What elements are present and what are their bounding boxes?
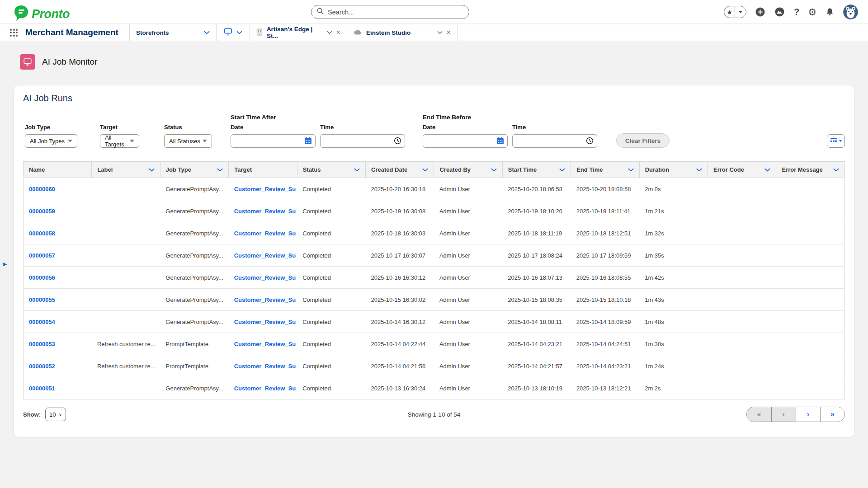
- tab-artisans-edge[interactable]: Artisan's Edge | St... ×: [250, 24, 347, 41]
- close-icon[interactable]: ×: [447, 29, 451, 36]
- sort-chevron-icon[interactable]: [217, 168, 223, 172]
- cell-error_message: [776, 311, 845, 333]
- cell-duration: 1m 32s: [639, 222, 708, 244]
- page-title: AI Job Monitor: [42, 57, 98, 67]
- clock-icon[interactable]: [394, 137, 401, 146]
- job-run-name-link[interactable]: 00000060: [29, 186, 55, 192]
- add-icon[interactable]: [755, 7, 765, 17]
- setup-gear-icon[interactable]: ⚙: [808, 7, 816, 18]
- sort-chevron-icon[interactable]: [354, 168, 360, 172]
- cell-start_time: 2025-10-17 18:08:24: [502, 244, 571, 267]
- trailhead-icon[interactable]: [774, 6, 785, 18]
- column-header-name: Name: [24, 162, 92, 178]
- clock-icon[interactable]: [586, 137, 594, 146]
- target-link[interactable]: Customer_Review_Su: [234, 296, 296, 303]
- favorites-caret-icon[interactable]: [735, 6, 746, 18]
- job-run-name-link[interactable]: 00000057: [29, 252, 55, 259]
- job-run-name-link[interactable]: 00000051: [29, 385, 55, 392]
- cell-text: GeneratePromptAsy...: [165, 385, 223, 392]
- column-header-status[interactable]: Status: [297, 162, 365, 178]
- chevron-down-icon[interactable]: [327, 31, 332, 34]
- target-link[interactable]: Customer_Review_Su: [234, 208, 296, 215]
- job-run-name-link[interactable]: 00000058: [29, 230, 55, 237]
- sort-chevron-icon[interactable]: [764, 168, 770, 172]
- column-header-duration[interactable]: Duration: [639, 162, 708, 178]
- notifications-bell-icon[interactable]: [825, 7, 835, 17]
- column-header-job_type[interactable]: Job Type: [160, 162, 228, 178]
- favorites-star-icon[interactable]: ★: [724, 6, 736, 18]
- job-type-select[interactable]: All Job Types: [25, 134, 77, 148]
- end-date-input[interactable]: [423, 134, 508, 148]
- sort-chevron-icon[interactable]: [491, 168, 497, 172]
- chevron-down-icon[interactable]: [437, 31, 443, 34]
- cell-start_time: 2025-10-19 18:10:20: [502, 200, 571, 222]
- target-link[interactable]: Customer_Review_Su: [234, 341, 296, 347]
- job-run-name-link[interactable]: 00000056: [29, 274, 55, 281]
- target-link[interactable]: Customer_Review_Su: [234, 319, 296, 325]
- cell-label: [92, 311, 160, 333]
- target-select[interactable]: All Targets: [100, 134, 139, 148]
- job-run-name-link[interactable]: 00000055: [29, 296, 55, 303]
- sort-chevron-icon[interactable]: [833, 168, 839, 172]
- job-run-name-link[interactable]: 00000059: [29, 208, 55, 215]
- next-page-button[interactable]: ›: [796, 407, 820, 422]
- favorites-control: ★: [724, 6, 746, 18]
- target-link[interactable]: Customer_Review_Su: [234, 385, 296, 392]
- sort-chevron-icon[interactable]: [422, 168, 428, 172]
- start-date-input[interactable]: [231, 134, 316, 148]
- chevron-down-icon[interactable]: [236, 31, 242, 34]
- status-select[interactable]: All Statuses: [164, 134, 212, 148]
- column-header-error_code[interactable]: Error Code: [708, 162, 776, 178]
- end-time-input[interactable]: [512, 134, 597, 148]
- first-page-button[interactable]: «: [747, 407, 771, 422]
- cell-start_time: 2025-10-18 18:11:19: [502, 222, 571, 244]
- calendar-icon[interactable]: [304, 137, 312, 146]
- column-label: Job Type: [166, 166, 191, 173]
- column-header-created_date[interactable]: Created Date: [366, 162, 434, 178]
- tab-ai-job-monitor[interactable]: [216, 24, 250, 41]
- cell-text: Completed: [302, 319, 331, 325]
- tab-storefronts[interactable]: Storefronts: [129, 24, 216, 41]
- column-header-error_message[interactable]: Error Message: [776, 162, 845, 178]
- target-link[interactable]: Customer_Review_Su: [234, 230, 296, 237]
- job-run-name-link[interactable]: 00000053: [29, 341, 55, 347]
- column-header-end_time[interactable]: End Time: [571, 162, 639, 178]
- calendar-icon[interactable]: [496, 137, 504, 146]
- cell-name: 00000054: [24, 311, 92, 333]
- brand-logo[interactable]: Pronto: [14, 5, 70, 23]
- cell-created_by: Admin User: [434, 355, 502, 377]
- target-link[interactable]: Customer_Review_Su: [234, 186, 296, 192]
- job-run-name-link[interactable]: 00000052: [29, 363, 55, 370]
- split-view-toggle-icon[interactable]: ▶: [3, 261, 7, 267]
- global-search[interactable]: [311, 5, 469, 19]
- sort-chevron-icon[interactable]: [559, 168, 565, 172]
- chevron-down-icon[interactable]: [204, 31, 210, 34]
- clear-filters-button[interactable]: Clear Filters: [616, 133, 670, 148]
- app-launcher-waffle-icon[interactable]: [10, 29, 18, 37]
- target-link[interactable]: Customer_Review_Su: [234, 274, 296, 281]
- sort-chevron-icon[interactable]: [696, 168, 702, 172]
- close-icon[interactable]: ×: [336, 29, 340, 36]
- sort-chevron-icon[interactable]: [628, 168, 634, 172]
- page-size-select[interactable]: 10 ∨: [45, 408, 66, 421]
- cell-error_message: [776, 289, 845, 311]
- sort-chevron-icon[interactable]: [149, 168, 155, 172]
- search-input[interactable]: [328, 9, 463, 16]
- start-time-input[interactable]: [320, 134, 405, 148]
- previous-page-button[interactable]: ‹: [771, 407, 796, 422]
- user-avatar[interactable]: [843, 5, 858, 19]
- help-icon[interactable]: ?: [794, 7, 799, 17]
- tab-einstein-studio[interactable]: Einstein Studio ×: [347, 24, 458, 41]
- column-settings-button[interactable]: [827, 134, 845, 148]
- cell-text: 1m 32s: [645, 230, 664, 237]
- job-run-name-link[interactable]: 00000054: [29, 319, 55, 325]
- last-page-button[interactable]: »: [820, 407, 844, 422]
- column-header-created_by[interactable]: Created By: [434, 162, 502, 178]
- cell-text: Completed: [302, 230, 331, 237]
- cell-text: Admin User: [439, 230, 470, 237]
- column-header-start_time[interactable]: Start Time: [502, 162, 571, 178]
- target-link[interactable]: Customer_Review_Su: [234, 363, 296, 370]
- column-header-label[interactable]: Label: [92, 162, 160, 178]
- end-time-before-label: End Time Before: [423, 114, 597, 121]
- target-link[interactable]: Customer_Review_Su: [234, 252, 296, 259]
